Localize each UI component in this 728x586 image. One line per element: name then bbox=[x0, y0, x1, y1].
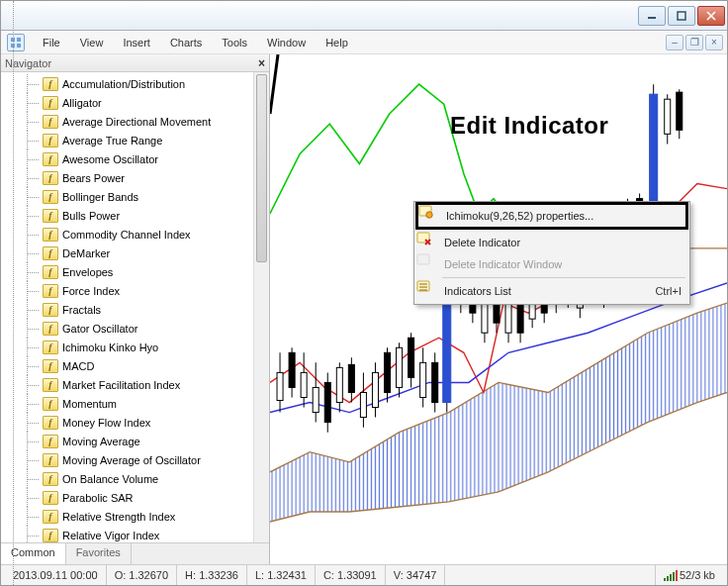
mdi-minimize-button[interactable]: – bbox=[666, 35, 683, 50]
chart-area[interactable]: Edit Indicator Ichimoku(9,26,52) propert… bbox=[270, 54, 727, 564]
ctx-delete-indicator-label: Delete Indicator bbox=[444, 237, 520, 248]
navigator-item-label: Average Directional Movement bbox=[62, 116, 211, 128]
navigator-item[interactable]: fDeMarker bbox=[3, 244, 253, 262]
tab-common[interactable]: Common bbox=[1, 543, 66, 564]
navigator-item[interactable]: fGator Oscillator bbox=[3, 319, 253, 338]
connection-icon bbox=[664, 569, 678, 581]
svg-rect-74 bbox=[665, 99, 671, 134]
navigator-item[interactable]: fRelative Strength Index bbox=[3, 507, 253, 526]
function-icon: f bbox=[43, 341, 58, 354]
minimize-button[interactable] bbox=[638, 6, 666, 26]
function-icon: f bbox=[43, 171, 58, 185]
maximize-button[interactable] bbox=[668, 6, 695, 26]
function-icon: f bbox=[43, 359, 58, 373]
svg-rect-16 bbox=[313, 387, 318, 412]
navigator-item-label: Force Index bbox=[62, 285, 120, 297]
navigator-item[interactable]: fMomentum bbox=[3, 394, 253, 413]
svg-rect-22 bbox=[348, 364, 354, 392]
status-bar: 2013.09.11 00:00 O: 1.32670 H: 1.33236 L… bbox=[1, 564, 727, 585]
navigator-header: Navigator × bbox=[1, 54, 269, 72]
function-icon: f bbox=[43, 115, 58, 129]
menu-insert[interactable]: Insert bbox=[113, 34, 160, 51]
function-icon: f bbox=[43, 284, 58, 298]
svg-rect-1 bbox=[678, 12, 685, 20]
mdi-close-button[interactable]: × bbox=[705, 35, 723, 50]
navigator-panel: Navigator × fAccumulation/DistributionfA… bbox=[1, 54, 270, 564]
ctx-delete-indicator[interactable]: Delete Indicator bbox=[416, 232, 687, 253]
navigator-item[interactable]: fAverage True Range bbox=[3, 131, 253, 149]
svg-rect-18 bbox=[324, 382, 330, 422]
navigator-item[interactable]: fCommodity Channel Index bbox=[3, 225, 253, 244]
navigator-item[interactable]: fRelative Vigor Index bbox=[3, 526, 253, 542]
ctx-indicators-list[interactable]: Indicators List Ctrl+I bbox=[416, 280, 687, 302]
status-close: C: 1.33091 bbox=[316, 565, 386, 585]
ctx-properties-label: Ichimoku(9,26,52) properties... bbox=[446, 210, 593, 222]
navigator-item[interactable]: fMoving Average of Oscillator bbox=[3, 450, 253, 469]
navigator-list[interactable]: fAccumulation/DistributionfAlligatorfAve… bbox=[1, 72, 253, 542]
function-icon: f bbox=[43, 228, 58, 242]
mdi-restore-button[interactable]: ❐ bbox=[685, 35, 703, 50]
context-menu: Ichimoku(9,26,52) properties... Delete I… bbox=[413, 201, 690, 305]
function-icon: f bbox=[43, 416, 58, 430]
menu-charts[interactable]: Charts bbox=[160, 34, 212, 51]
ctx-indicators-list-label: Indicators List bbox=[444, 285, 511, 297]
navigator-item[interactable]: fMoving Average bbox=[3, 432, 253, 450]
navigator-item-label: Bollinger Bands bbox=[62, 191, 138, 203]
navigator-item-label: Accumulation/Distribution bbox=[62, 78, 185, 90]
svg-rect-83 bbox=[417, 254, 429, 264]
ctx-properties[interactable]: Ichimoku(9,26,52) properties... bbox=[418, 205, 685, 227]
navigator-item-label: Moving Average of Oscillator bbox=[62, 454, 201, 466]
function-icon: f bbox=[43, 378, 58, 392]
function-icon: f bbox=[43, 397, 58, 411]
navigator-item-label: Money Flow Index bbox=[62, 417, 150, 429]
menu-window[interactable]: Window bbox=[257, 34, 316, 51]
navigator-item[interactable]: fIchimoku Kinko Hyo bbox=[3, 338, 253, 356]
ctx-delete-window: Delete Indicator Window bbox=[416, 253, 687, 275]
navigator-item-label: Gator Oscillator bbox=[62, 323, 137, 335]
navigator-item[interactable]: fAwesome Oscillator bbox=[3, 149, 253, 168]
navigator-item[interactable]: fMoney Flow Index bbox=[3, 413, 253, 432]
navigator-item-label: Parabolic SAR bbox=[62, 492, 134, 504]
function-icon: f bbox=[43, 529, 58, 542]
function-icon: f bbox=[43, 303, 58, 317]
navigator-item[interactable]: fBulls Power bbox=[3, 206, 253, 225]
status-volume: V: 34747 bbox=[386, 565, 446, 585]
navigator-item[interactable]: fOn Balance Volume bbox=[3, 469, 253, 488]
navigator-item[interactable]: fAccumulation/Distribution bbox=[3, 74, 253, 93]
tab-favorites[interactable]: Favorites bbox=[66, 543, 132, 564]
menu-view[interactable]: View bbox=[70, 34, 114, 51]
navigator-item[interactable]: fAverage Directional Movement bbox=[3, 112, 253, 131]
menu-file[interactable]: File bbox=[33, 34, 70, 51]
svg-rect-30 bbox=[397, 347, 403, 387]
navigator-item-label: MACD bbox=[62, 360, 94, 372]
close-button[interactable] bbox=[697, 6, 725, 26]
function-icon: f bbox=[43, 152, 58, 166]
navigator-item[interactable]: fForce Index bbox=[3, 281, 253, 300]
navigator-item[interactable]: fFractals bbox=[3, 300, 253, 319]
navigator-item[interactable]: fBears Power bbox=[3, 168, 253, 187]
navigator-item-label: Fractals bbox=[62, 304, 101, 316]
navigator-scrollbar[interactable] bbox=[253, 72, 269, 542]
navigator-item[interactable]: fAlligator bbox=[3, 93, 253, 112]
navigator-item[interactable]: fMarket Facilitation Index bbox=[3, 375, 253, 394]
function-icon: f bbox=[43, 77, 58, 91]
navigator-item[interactable]: fParabolic SAR bbox=[3, 488, 253, 507]
navigator-item[interactable]: fEnvelopes bbox=[3, 262, 253, 281]
menu-tools[interactable]: Tools bbox=[212, 34, 257, 51]
svg-rect-10 bbox=[277, 372, 283, 400]
scrollbar-thumb[interactable] bbox=[256, 74, 267, 262]
navigator-close-icon[interactable]: × bbox=[258, 56, 265, 70]
navigator-item[interactable]: fBollinger Bands bbox=[3, 187, 253, 206]
menu-help[interactable]: Help bbox=[316, 34, 358, 51]
svg-rect-5 bbox=[17, 38, 21, 42]
navigator-item[interactable]: fMACD bbox=[3, 356, 253, 375]
svg-line-77 bbox=[270, 54, 278, 114]
navigator-item-label: Bulls Power bbox=[62, 210, 120, 222]
annotation-label: Edit Indicator bbox=[450, 112, 608, 140]
function-icon: f bbox=[43, 190, 58, 204]
function-icon: f bbox=[43, 134, 58, 147]
function-icon: f bbox=[43, 510, 58, 524]
indicators-list-icon bbox=[418, 283, 436, 299]
ctx-indicators-list-shortcut: Ctrl+I bbox=[655, 285, 682, 297]
function-icon: f bbox=[43, 472, 58, 486]
